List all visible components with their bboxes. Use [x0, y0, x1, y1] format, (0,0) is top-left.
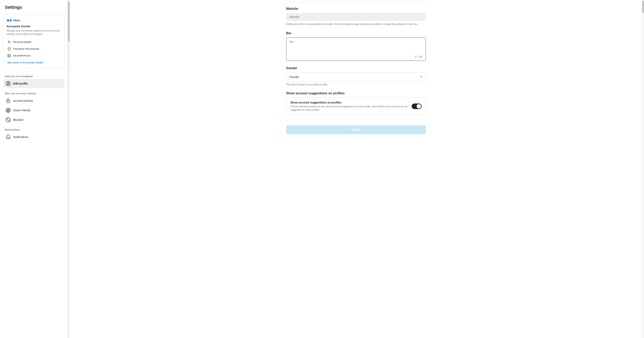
who-can-see-section-label: Who can see your content [3, 90, 64, 96]
website-heading: Website [286, 7, 426, 10]
sidebar-item-edit-profile[interactable]: Edit profile [3, 79, 64, 88]
bio-section: Bio 0 / 150 [286, 32, 426, 61]
gender-section: Gender Female Male Prefer not to say Cus… [286, 66, 426, 86]
sidebar-item-notifications[interactable]: Notifications [3, 132, 64, 142]
personal-details-label: Personal details [13, 40, 32, 44]
sidebar-item-password-security[interactable]: Password and security [6, 46, 61, 52]
gender-select-wrapper: Female Male Prefer not to say Custom [286, 72, 426, 82]
sidebar-item-ad-preferences[interactable]: Ad preferences [6, 52, 61, 59]
website-section: Website Editing your links is only avail… [286, 7, 426, 26]
right-scrollbar-thumb[interactable] [642, 1, 644, 13]
suggestions-card-title: Show account suggestions on profiles [290, 101, 408, 104]
ad-icon [8, 54, 11, 58]
suggestions-toggle[interactable] [412, 104, 422, 109]
bio-textarea[interactable] [290, 40, 422, 54]
shield-check-icon [8, 47, 11, 51]
bio-textarea-wrapper: 0 / 150 [286, 38, 426, 61]
svg-point-3 [8, 82, 9, 84]
sidebar: Settings Meta Accounts Center Manage you… [0, 0, 68, 338]
right-scrollbar-track [642, 0, 644, 338]
meta-label: Meta [13, 18, 20, 22]
close-friends-label: Close Friends [13, 109, 30, 112]
blocked-icon [6, 117, 11, 122]
settings-title: Settings [3, 5, 64, 10]
top-divider [286, 2, 426, 2]
ad-preferences-label: Ad preferences [13, 54, 30, 57]
sidebar-scrollbar-thumb[interactable] [68, 2, 70, 42]
meta-logo-icon [6, 17, 12, 23]
sidebar-scrollbar-track [68, 0, 70, 338]
svg-marker-6 [7, 109, 10, 112]
accounts-center-desc: Manage your connected experiences and ac… [6, 29, 61, 36]
submit-button[interactable]: Submit [286, 125, 426, 134]
password-security-label: Password and security [13, 47, 39, 50]
website-input[interactable] [286, 13, 426, 21]
sidebar-item-account-privacy[interactable]: Account privacy [3, 96, 64, 105]
gender-select[interactable]: Female Male Prefer not to say Custom [286, 72, 426, 81]
accounts-center-heading: Accounts Center [6, 24, 61, 28]
svg-rect-4 [6, 100, 10, 103]
suggestions-card-desc: Choose whether people can see similar ac… [290, 105, 408, 112]
suggestions-heading: Show account suggestions on profiles [286, 92, 426, 95]
account-privacy-label: Account privacy [13, 99, 33, 102]
meta-logo-row: Meta [6, 17, 61, 23]
notifications-section-label: Notifications [3, 126, 64, 132]
sidebar-item-blocked[interactable]: Blocked [3, 115, 64, 124]
accounts-center-card: Meta Accounts Center Manage your connect… [3, 14, 64, 68]
notifications-label: Notifications [13, 136, 28, 138]
svg-line-8 [6, 118, 10, 121]
content-inner: Website Editing your links is only avail… [286, 0, 426, 134]
how-you-use-section-label: How you use Instagram [3, 73, 64, 79]
svg-rect-1 [8, 54, 11, 57]
sidebar-item-personal-details[interactable]: Personal details [6, 39, 61, 46]
suggestions-section: Show account suggestions on profiles Sho… [286, 92, 426, 115]
svg-point-0 [8, 41, 10, 42]
main-content: Website Editing your links is only avail… [70, 0, 642, 338]
star-circle-icon [6, 108, 11, 113]
gender-helper: This won't be part of your public profil… [286, 83, 426, 86]
edit-profile-label: Edit profile [13, 82, 28, 85]
suggestions-card-text: Show account suggestions on profiles Cho… [290, 101, 408, 112]
person-icon [8, 40, 11, 44]
blocked-label: Blocked [13, 118, 23, 122]
bio-heading: Bio [286, 32, 426, 35]
user-circle-icon [6, 81, 11, 86]
gender-heading: Gender [286, 66, 426, 70]
sidebar-item-close-friends[interactable]: Close Friends [3, 106, 64, 115]
see-more-accounts-center-link[interactable]: See more in Accounts Center [6, 60, 44, 65]
lock-icon [6, 98, 11, 103]
website-helper: Editing your links is only available on … [286, 22, 426, 26]
bell-icon [6, 134, 11, 140]
bio-char-count: 0 / 150 [290, 56, 422, 58]
suggestions-card: Show account suggestions on profiles Cho… [286, 98, 426, 115]
